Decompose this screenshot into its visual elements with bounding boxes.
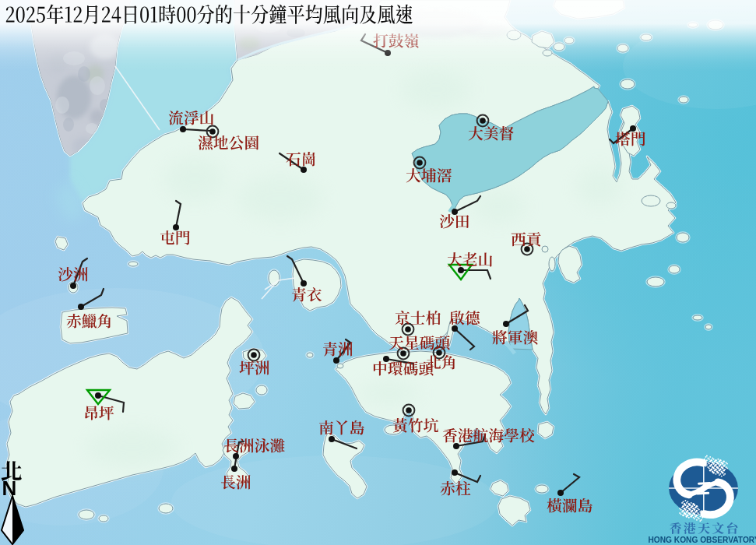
svg-text:HONG KONG OBSERVATORY: HONG KONG OBSERVATORY xyxy=(648,536,756,544)
svg-text:N: N xyxy=(2,476,17,500)
